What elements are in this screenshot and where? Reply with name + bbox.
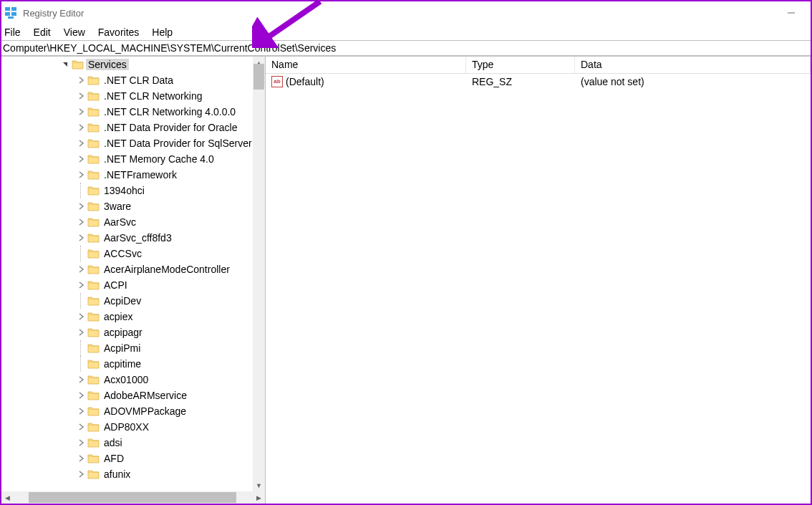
tree-item[interactable]: ADOVMPPackage <box>1 403 253 419</box>
chevron-right-icon[interactable] <box>76 375 86 385</box>
address-input[interactable] <box>1 41 811 55</box>
menu-view[interactable]: View <box>61 26 92 39</box>
tree-item[interactable]: acpitime <box>1 356 253 372</box>
tree-item[interactable]: AcpiPmi <box>1 340 253 356</box>
chevron-right-icon[interactable] <box>76 312 86 322</box>
chevron-right-icon[interactable] <box>76 390 86 400</box>
tree-item[interactable]: AarSvc_cff8fd3 <box>1 230 253 246</box>
chevron-right-icon[interactable] <box>76 280 86 290</box>
column-data[interactable]: Data <box>575 57 811 73</box>
chevron-right-icon[interactable] <box>76 91 86 101</box>
folder-icon <box>87 249 100 259</box>
tree-item[interactable]: ACPI <box>1 277 253 293</box>
chevron-down-icon[interactable] <box>60 59 70 69</box>
tree-line <box>76 356 86 372</box>
tree-item[interactable]: .NET Data Provider for Oracle <box>1 120 253 135</box>
scroll-down-icon[interactable]: ▼ <box>253 479 265 491</box>
svg-rect-3 <box>5 12 10 16</box>
chevron-right-icon[interactable] <box>76 122 86 133</box>
tree-item[interactable]: .NET Data Provider for SqlServer <box>1 135 253 151</box>
tree-item[interactable]: ACCSvc <box>1 246 253 261</box>
tree-item[interactable]: ADP80XX <box>1 419 253 435</box>
tree-item[interactable]: 3ware <box>1 198 253 214</box>
tree-item[interactable]: Acx01000 <box>1 372 253 388</box>
chevron-right-icon[interactable] <box>76 154 86 164</box>
tree-item-label: AcerAirplaneModeController <box>102 264 232 275</box>
value-type: REG_SZ <box>466 76 575 87</box>
menu-favorites[interactable]: Favorites <box>95 26 147 39</box>
chevron-right-icon[interactable] <box>76 406 86 416</box>
folder-icon <box>87 233 100 243</box>
tree-item[interactable]: afunix <box>1 466 253 482</box>
tree-item[interactable]: AdobeARMservice <box>1 388 253 403</box>
chevron-right-icon[interactable] <box>76 422 86 432</box>
tree-item[interactable]: acpiex <box>1 309 253 324</box>
tree-item[interactable]: acpipagr <box>1 324 253 340</box>
folder-icon <box>87 343 100 353</box>
chevron-right-icon[interactable] <box>76 75 86 85</box>
chevron-right-icon[interactable] <box>76 264 86 274</box>
folder-icon <box>72 59 84 69</box>
tree-item-label: AcpiDev <box>102 295 143 307</box>
tree-item-label: .NET Memory Cache 4.0 <box>102 153 216 165</box>
tree-item[interactable]: AFD <box>1 451 253 466</box>
minimize-button[interactable] <box>775 1 808 24</box>
values-list[interactable]: ab(Default)REG_SZ(value not set) <box>266 74 811 504</box>
tree-item[interactable]: .NET CLR Networking <box>1 88 253 104</box>
menu-bar: File Edit View Favorites Help <box>1 24 811 40</box>
tree-horizontal-scrollbar[interactable]: ◀ ▶ <box>1 491 265 504</box>
tree-item-label: Acx01000 <box>102 374 150 385</box>
tree-item-label: AdobeARMservice <box>102 390 189 401</box>
scroll-thumb[interactable] <box>253 64 264 90</box>
chevron-right-icon[interactable] <box>76 438 86 448</box>
chevron-right-icon[interactable] <box>76 170 86 180</box>
tree-item-label: AcpiPmi <box>102 342 142 354</box>
folder-icon <box>87 422 100 432</box>
tree-item-label: Services <box>86 59 129 70</box>
tree-item[interactable]: .NETFramework <box>1 167 253 183</box>
tree-item[interactable]: .NET CLR Data <box>1 72 253 88</box>
chevron-right-icon[interactable] <box>76 107 86 117</box>
tree-item[interactable]: .NET Memory Cache 4.0 <box>1 151 253 167</box>
tree-item-label: 1394ohci <box>102 185 147 196</box>
folder-icon <box>87 390 100 400</box>
folder-icon <box>87 201 100 211</box>
menu-help[interactable]: Help <box>149 26 180 39</box>
scroll-thumb[interactable] <box>29 492 236 503</box>
tree-item[interactable]: .NET CLR Networking 4.0.0.0 <box>1 104 253 120</box>
tree-item[interactable]: AcerAirplaneModeController <box>1 261 253 277</box>
chevron-right-icon[interactable] <box>76 327 86 337</box>
folder-icon <box>87 186 100 196</box>
chevron-right-icon[interactable] <box>76 453 86 463</box>
tree-item-label: ACCSvc <box>102 248 144 259</box>
tree-line <box>76 293 86 309</box>
tree-item[interactable]: adsi <box>1 435 253 451</box>
address-bar <box>1 40 811 56</box>
svg-rect-4 <box>11 12 16 16</box>
scroll-left-icon[interactable]: ◀ <box>1 491 14 504</box>
scroll-right-icon[interactable]: ▶ <box>253 491 265 504</box>
tree-item-services[interactable]: Services <box>1 57 253 72</box>
value-row[interactable]: ab(Default)REG_SZ(value not set) <box>266 74 811 90</box>
registry-tree[interactable]: Services.NET CLR Data.NET CLR Networking… <box>1 57 253 491</box>
values-header: Name Type Data <box>266 57 811 74</box>
tree-item[interactable]: 1394ohci <box>1 183 253 198</box>
tree-item-label: acpipagr <box>102 327 145 338</box>
chevron-right-icon[interactable] <box>76 201 86 211</box>
chevron-right-icon[interactable] <box>76 138 86 148</box>
tree-item[interactable]: AcpiDev <box>1 293 253 309</box>
tree-item-label: AarSvc <box>102 216 138 228</box>
column-type[interactable]: Type <box>466 57 575 73</box>
tree-vertical-scrollbar[interactable]: ▲ ▼ <box>253 57 265 491</box>
column-name[interactable]: Name <box>266 57 466 73</box>
chevron-right-icon[interactable] <box>76 233 86 243</box>
folder-icon <box>87 264 100 274</box>
folder-icon <box>87 327 100 337</box>
tree-item[interactable]: AarSvc <box>1 214 253 230</box>
menu-edit[interactable]: Edit <box>31 26 58 39</box>
folder-icon <box>87 91 100 101</box>
chevron-right-icon[interactable] <box>76 217 86 227</box>
tree-item-label: .NET Data Provider for SqlServer <box>102 138 253 149</box>
chevron-right-icon[interactable] <box>76 469 86 479</box>
menu-file[interactable]: File <box>3 26 28 39</box>
